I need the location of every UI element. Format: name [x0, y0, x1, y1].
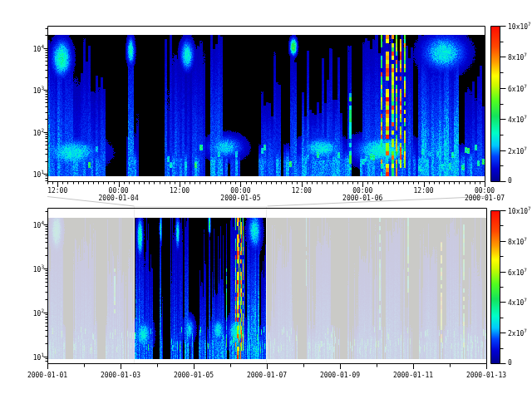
colorbar-tick-label: 0: [508, 359, 512, 367]
colorbar-tick-label: 4x107: [508, 298, 527, 307]
x-tick-time-label: 00:00: [352, 187, 372, 195]
x-tick-date-label: 2000-01-11: [393, 372, 433, 379]
colorbar-tick-label: 0: [508, 177, 512, 185]
colorbar-tick-label: 8x107: [508, 52, 527, 62]
detail-panel-heatmap[interactable]: [47, 35, 485, 176]
overview-panel-heatmap[interactable]: [47, 218, 486, 359]
x-tick-date-label: 2000-01-04: [99, 195, 139, 202]
x-tick-date-label: 2000-01-07: [247, 372, 287, 379]
y-tick-label: 104: [22, 220, 44, 229]
zoom-selection-box[interactable]: [134, 206, 267, 364]
x-tick-date-label: 2000-01-07: [465, 195, 505, 202]
x-tick-time-label: 12:00: [47, 187, 67, 195]
x-tick-date-label: 2000-01-13: [466, 372, 506, 379]
colorbar-tick-label: 2x107: [508, 328, 527, 337]
x-tick-time-label: 12:00: [414, 187, 434, 195]
colorbar-tick-label: 10x107: [508, 22, 531, 31]
y-tick-label: 102: [22, 308, 44, 318]
zoom-connector-left: [47, 197, 135, 207]
y-tick-label: 102: [22, 128, 44, 137]
colorbar-tick-label: 6x107: [508, 268, 527, 277]
detail-colorbar-gradient: [491, 27, 500, 181]
y-tick-label: 103: [22, 264, 44, 273]
x-tick-time-label: 00:00: [109, 187, 129, 195]
x-tick-date-label: 2000-01-01: [27, 372, 67, 379]
y-tick-label: 101: [22, 170, 44, 179]
colorbar-tick-label: 6x107: [508, 84, 527, 93]
colorbar-tick-label: 8x107: [508, 237, 527, 246]
colorbar-tick-label: 10x107: [508, 206, 531, 215]
x-tick-date-label: 2000-01-05: [220, 195, 260, 202]
y-tick-label: 101: [22, 352, 44, 362]
zoom-connector-right: [268, 197, 485, 207]
x-tick-date-label: 2000-01-06: [342, 195, 382, 202]
x-tick-time-label: 00:00: [475, 187, 495, 195]
x-tick-date-label: 2000-01-09: [320, 372, 360, 379]
y-tick-label: 104: [22, 44, 44, 53]
colorbar-tick-label: 2x107: [508, 146, 527, 155]
x-tick-time-label: 12:00: [170, 187, 190, 195]
x-tick-date-label: 2000-01-05: [174, 372, 214, 379]
x-tick-date-label: 2000-01-03: [101, 372, 140, 379]
y-tick-label: 103: [22, 86, 44, 95]
x-tick-time-label: 00:00: [230, 187, 250, 195]
x-tick-time-label: 12:00: [292, 187, 312, 195]
overview-colorbar-gradient: [491, 211, 500, 363]
colorbar-tick-label: 4x107: [508, 115, 527, 124]
